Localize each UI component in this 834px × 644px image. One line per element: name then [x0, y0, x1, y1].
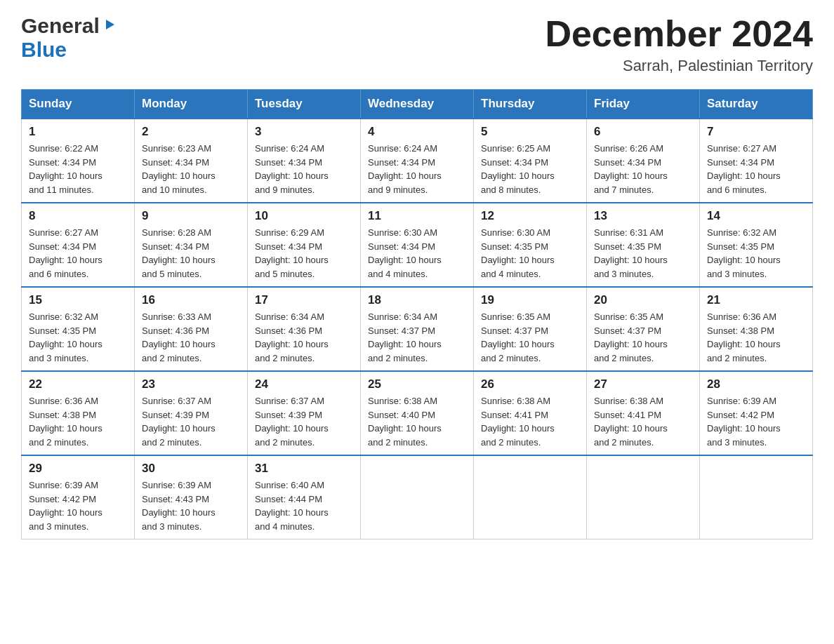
day-number: 21 [707, 293, 805, 307]
day-number: 7 [707, 125, 805, 139]
week-row-1: 1Sunrise: 6:22 AMSunset: 4:34 PMDaylight… [22, 119, 813, 203]
calendar-cell: 15Sunrise: 6:32 AMSunset: 4:35 PMDayligh… [22, 287, 135, 371]
day-number: 13 [594, 209, 692, 223]
logo-blue-text: Blue [21, 38, 67, 61]
day-number: 14 [707, 209, 805, 223]
calendar-cell: 1Sunrise: 6:22 AMSunset: 4:34 PMDaylight… [22, 119, 135, 203]
day-info: Sunrise: 6:35 AMSunset: 4:37 PMDaylight:… [481, 310, 579, 365]
col-monday: Monday [135, 90, 248, 119]
day-number: 1 [29, 125, 127, 139]
day-number: 19 [481, 293, 579, 307]
day-info: Sunrise: 6:28 AMSunset: 4:34 PMDaylight:… [142, 226, 240, 281]
day-info: Sunrise: 6:35 AMSunset: 4:37 PMDaylight:… [594, 310, 692, 365]
day-number: 22 [29, 377, 127, 391]
calendar-cell [587, 455, 700, 539]
day-number: 28 [707, 377, 805, 391]
calendar-cell: 25Sunrise: 6:38 AMSunset: 4:40 PMDayligh… [361, 371, 474, 455]
day-number: 5 [481, 125, 579, 139]
calendar-cell: 26Sunrise: 6:38 AMSunset: 4:41 PMDayligh… [474, 371, 587, 455]
day-number: 2 [142, 125, 240, 139]
day-info: Sunrise: 6:38 AMSunset: 4:41 PMDaylight:… [594, 394, 692, 449]
col-tuesday: Tuesday [248, 90, 361, 119]
day-number: 3 [255, 125, 353, 139]
week-row-2: 8Sunrise: 6:27 AMSunset: 4:34 PMDaylight… [22, 203, 813, 287]
logo-arrow-icon [102, 17, 117, 35]
day-number: 24 [255, 377, 353, 391]
day-info: Sunrise: 6:32 AMSunset: 4:35 PMDaylight:… [29, 310, 127, 365]
calendar-cell: 8Sunrise: 6:27 AMSunset: 4:34 PMDaylight… [22, 203, 135, 287]
day-number: 15 [29, 293, 127, 307]
day-number: 25 [368, 377, 466, 391]
calendar-cell: 6Sunrise: 6:26 AMSunset: 4:34 PMDaylight… [587, 119, 700, 203]
calendar-cell: 7Sunrise: 6:27 AMSunset: 4:34 PMDaylight… [700, 119, 813, 203]
logo-general-text: General [21, 14, 100, 38]
day-number: 12 [481, 209, 579, 223]
calendar-cell: 16Sunrise: 6:33 AMSunset: 4:36 PMDayligh… [135, 287, 248, 371]
calendar-cell: 29Sunrise: 6:39 AMSunset: 4:42 PMDayligh… [22, 455, 135, 539]
calendar-cell [700, 455, 813, 539]
calendar-cell: 17Sunrise: 6:34 AMSunset: 4:36 PMDayligh… [248, 287, 361, 371]
month-title: December 2024 [545, 14, 813, 54]
col-wednesday: Wednesday [361, 90, 474, 119]
location-text: Sarrah, Palestinian Territory [545, 57, 813, 75]
calendar-cell: 2Sunrise: 6:23 AMSunset: 4:34 PMDaylight… [135, 119, 248, 203]
page-header: General Blue December 2024 Sarrah, Pales… [21, 14, 813, 75]
day-number: 30 [142, 462, 240, 476]
calendar-cell: 23Sunrise: 6:37 AMSunset: 4:39 PMDayligh… [135, 371, 248, 455]
calendar-table: Sunday Monday Tuesday Wednesday Thursday… [21, 89, 813, 539]
day-number: 10 [255, 209, 353, 223]
calendar-cell: 4Sunrise: 6:24 AMSunset: 4:34 PMDaylight… [361, 119, 474, 203]
calendar-cell: 11Sunrise: 6:30 AMSunset: 4:34 PMDayligh… [361, 203, 474, 287]
calendar-cell: 24Sunrise: 6:37 AMSunset: 4:39 PMDayligh… [248, 371, 361, 455]
col-friday: Friday [587, 90, 700, 119]
day-info: Sunrise: 6:37 AMSunset: 4:39 PMDaylight:… [142, 394, 240, 449]
day-info: Sunrise: 6:34 AMSunset: 4:37 PMDaylight:… [368, 310, 466, 365]
day-number: 29 [29, 462, 127, 476]
day-number: 31 [255, 462, 353, 476]
day-number: 27 [594, 377, 692, 391]
calendar-cell: 27Sunrise: 6:38 AMSunset: 4:41 PMDayligh… [587, 371, 700, 455]
col-thursday: Thursday [474, 90, 587, 119]
day-number: 9 [142, 209, 240, 223]
calendar-cell: 18Sunrise: 6:34 AMSunset: 4:37 PMDayligh… [361, 287, 474, 371]
calendar-cell: 31Sunrise: 6:40 AMSunset: 4:44 PMDayligh… [248, 455, 361, 539]
day-info: Sunrise: 6:32 AMSunset: 4:35 PMDaylight:… [707, 226, 805, 281]
day-number: 18 [368, 293, 466, 307]
day-info: Sunrise: 6:23 AMSunset: 4:34 PMDaylight:… [142, 142, 240, 196]
calendar-cell: 10Sunrise: 6:29 AMSunset: 4:34 PMDayligh… [248, 203, 361, 287]
day-info: Sunrise: 6:22 AMSunset: 4:34 PMDaylight:… [29, 142, 127, 196]
day-number: 4 [368, 125, 466, 139]
calendar-cell: 13Sunrise: 6:31 AMSunset: 4:35 PMDayligh… [587, 203, 700, 287]
day-number: 20 [594, 293, 692, 307]
day-info: Sunrise: 6:27 AMSunset: 4:34 PMDaylight:… [29, 226, 127, 281]
calendar-cell: 12Sunrise: 6:30 AMSunset: 4:35 PMDayligh… [474, 203, 587, 287]
calendar-cell: 22Sunrise: 6:36 AMSunset: 4:38 PMDayligh… [22, 371, 135, 455]
day-number: 26 [481, 377, 579, 391]
day-info: Sunrise: 6:30 AMSunset: 4:34 PMDaylight:… [368, 226, 466, 281]
day-info: Sunrise: 6:40 AMSunset: 4:44 PMDaylight:… [255, 478, 353, 533]
day-info: Sunrise: 6:31 AMSunset: 4:35 PMDaylight:… [594, 226, 692, 281]
col-sunday: Sunday [22, 90, 135, 119]
day-info: Sunrise: 6:39 AMSunset: 4:42 PMDaylight:… [29, 478, 127, 533]
calendar-header-row: Sunday Monday Tuesday Wednesday Thursday… [22, 90, 813, 119]
calendar-cell: 30Sunrise: 6:39 AMSunset: 4:43 PMDayligh… [135, 455, 248, 539]
day-info: Sunrise: 6:33 AMSunset: 4:36 PMDaylight:… [142, 310, 240, 365]
day-info: Sunrise: 6:29 AMSunset: 4:34 PMDaylight:… [255, 226, 353, 281]
svg-marker-0 [106, 20, 114, 29]
day-info: Sunrise: 6:39 AMSunset: 4:43 PMDaylight:… [142, 478, 240, 533]
logo: General Blue [21, 14, 117, 62]
calendar-cell: 28Sunrise: 6:39 AMSunset: 4:42 PMDayligh… [700, 371, 813, 455]
day-info: Sunrise: 6:27 AMSunset: 4:34 PMDaylight:… [707, 142, 805, 196]
calendar-cell: 19Sunrise: 6:35 AMSunset: 4:37 PMDayligh… [474, 287, 587, 371]
day-number: 8 [29, 209, 127, 223]
calendar-cell: 21Sunrise: 6:36 AMSunset: 4:38 PMDayligh… [700, 287, 813, 371]
day-info: Sunrise: 6:30 AMSunset: 4:35 PMDaylight:… [481, 226, 579, 281]
day-info: Sunrise: 6:38 AMSunset: 4:41 PMDaylight:… [481, 394, 579, 449]
day-info: Sunrise: 6:38 AMSunset: 4:40 PMDaylight:… [368, 394, 466, 449]
day-number: 23 [142, 377, 240, 391]
day-info: Sunrise: 6:34 AMSunset: 4:36 PMDaylight:… [255, 310, 353, 365]
day-number: 17 [255, 293, 353, 307]
calendar-cell [361, 455, 474, 539]
calendar-cell: 3Sunrise: 6:24 AMSunset: 4:34 PMDaylight… [248, 119, 361, 203]
day-info: Sunrise: 6:26 AMSunset: 4:34 PMDaylight:… [594, 142, 692, 196]
